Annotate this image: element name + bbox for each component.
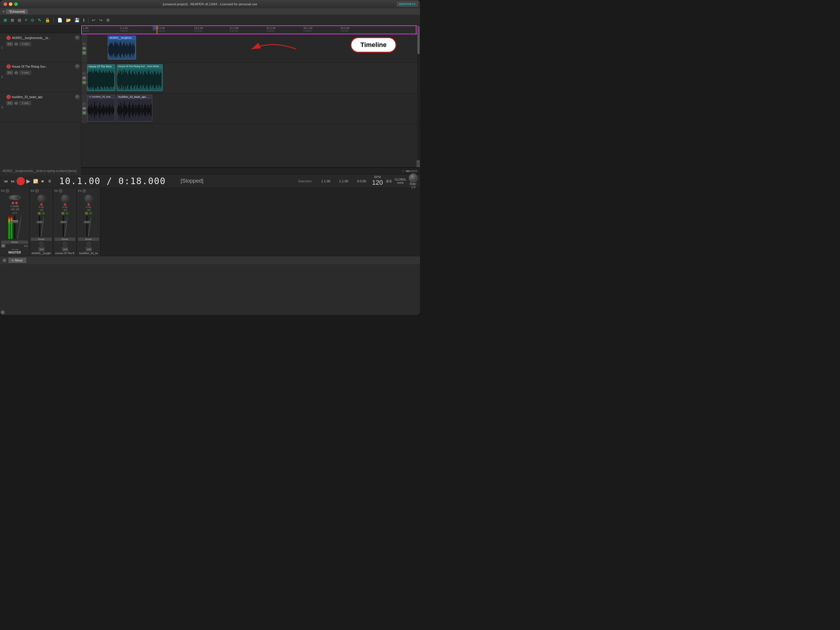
undo-btn[interactable]: ↩ [91,17,97,23]
fx-power-btn[interactable] [82,189,86,193]
track-io-btn[interactable]: IO [14,71,18,75]
scroll-up-btn[interactable]: + [417,160,420,164]
go-start-btn[interactable]: ⏮ [2,178,9,185]
track-record-btn[interactable] [6,95,11,99]
solo-btn[interactable]: S [82,111,86,115]
phase-btn[interactable] [39,242,43,246]
go-end-btn[interactable]: ⏭ [9,178,17,185]
phase-btn[interactable] [63,242,67,246]
mute-btn[interactable]: M [61,212,65,215]
svg-rect-132 [104,107,105,114]
record-btn[interactable] [17,177,25,185]
ch-volume-knob[interactable] [61,194,69,203]
env-tool[interactable]: ⌗ [24,17,28,23]
loop-tool[interactable]: ⊙ [30,17,35,23]
lane-dot[interactable] [82,42,86,46]
mute-btn[interactable]: M [82,107,86,110]
solo-btn[interactable]: S [42,212,45,215]
lane-dot[interactable] [82,72,86,75]
vertical-scrollbar[interactable]: + − [417,25,420,167]
pause-btn[interactable]: ⏸ [46,178,53,185]
track-trim-btn[interactable]: ✎ trim [19,71,31,75]
redo-btn[interactable]: ↪ [98,17,104,23]
mute-btn[interactable]: M [1,244,5,248]
ch-volume-knob[interactable] [37,194,46,203]
track-fx-btn[interactable]: FX [6,71,13,75]
bpm-value[interactable]: 120 [372,179,383,186]
scripts-btn[interactable]: ⚙ [105,17,111,23]
snap-tool[interactable]: ⊞ [2,17,8,23]
svg-rect-39 [94,70,95,90]
fx-power-btn[interactable] [35,189,39,193]
monitor-fx-button[interactable]: MONITOR FX [397,2,418,6]
stop-btn[interactable]: ■ [39,178,46,185]
fx-power-btn[interactable] [59,189,62,193]
unsaved-tab[interactable]: *[Unsaved] [6,9,28,14]
save-btn[interactable]: 💾 [73,17,81,23]
track-record-btn[interactable] [6,36,11,40]
master-volume-knob[interactable] [9,195,21,200]
mute-btn[interactable]: M [85,212,88,215]
track-io-btn[interactable]: IO [14,101,18,105]
route-btn[interactable]: Route [54,238,75,241]
track-volume-knob[interactable] [75,35,80,40]
track-trim-btn[interactable]: ✎ trim [19,42,31,46]
add-tab-button[interactable]: + [2,9,5,14]
arrange-area[interactable]: 1.00 00.00 5.1.00 0:08.00 9.1.00 0:16.00… [81,25,420,167]
fx-power-btn[interactable] [6,189,9,193]
loop-btn[interactable]: 🔁 [32,178,39,185]
route-btn[interactable]: Route [31,238,52,241]
route-btn[interactable]: Route [78,238,99,241]
svg-rect-143 [114,108,114,112]
track-io-btn[interactable]: IO [14,42,18,46]
fader-handle[interactable] [84,221,90,223]
mixer-tab[interactable]: ≡ Mixer [8,258,26,263]
fader-handle[interactable] [37,221,43,223]
close-button[interactable] [3,2,7,6]
track-volume-knob[interactable] [75,64,80,69]
svg-rect-17 [123,44,123,55]
audio-clip[interactable]: huckfinn_33_twain_apc.ogg [117,95,152,122]
track-fx-btn[interactable]: FX [6,101,13,105]
fader-decoration [17,215,21,239]
lane-dot[interactable] [82,102,86,106]
track-trim-btn[interactable]: ✎ trim [19,101,31,105]
time-signature[interactable]: 4/4 [386,179,392,183]
ch-volume-knob[interactable] [85,194,93,203]
audio-clip[interactable]: 463903__burghrecords [108,36,136,59]
trim-tool[interactable]: ⊠ [9,17,15,23]
scroll-down-btn[interactable]: − [417,164,420,167]
fader-handle[interactable] [11,220,18,223]
solo-btn[interactable]: S [65,212,69,215]
scrollbar-thumb[interactable] [417,26,420,54]
audio-clip[interactable]: House Of The Risin [87,65,115,91]
mute-btn[interactable]: M [82,47,86,50]
solo-btn[interactable]: S [89,212,93,215]
rate-knob[interactable] [409,174,418,182]
channel-strip-2: FX 0.00 -inf M S [53,188,77,256]
solo-btn[interactable]: S [82,81,86,84]
new-file-btn[interactable]: 📄 [56,17,63,23]
audio-clip[interactable]: House Of The Rising Sun - Josh White... [117,65,163,91]
fader-handle[interactable] [60,221,66,223]
track-fx-btn[interactable]: FX [6,42,13,46]
track-item: 2 House Of The Rising Sun - FX IO ✎ trim [0,62,81,92]
audio-clip[interactable]: << huckfinn_33_twain_apc.ogg [87,95,115,122]
mute-btn[interactable]: M [82,76,86,80]
open-btn[interactable]: 📂 [65,17,72,23]
play-btn[interactable]: ▶ [25,178,32,185]
track-record-btn[interactable] [6,65,11,69]
grid-tool[interactable]: ⊞ [17,17,22,23]
lock-tool[interactable]: 🔒 [44,17,51,23]
track-volume-knob[interactable] [75,95,80,99]
phase-btn[interactable] [87,242,91,246]
info-btn[interactable]: ℹ [82,17,86,23]
minimize-button[interactable] [9,2,13,6]
svg-rect-180 [148,106,149,115]
pen-tool[interactable]: ✎ [37,17,43,23]
fader-track [63,216,64,237]
route-btn[interactable]: Route [1,240,28,244]
solo-btn[interactable]: S [82,51,86,55]
maximize-button[interactable] [14,2,18,6]
mute-btn[interactable]: M [38,212,41,215]
